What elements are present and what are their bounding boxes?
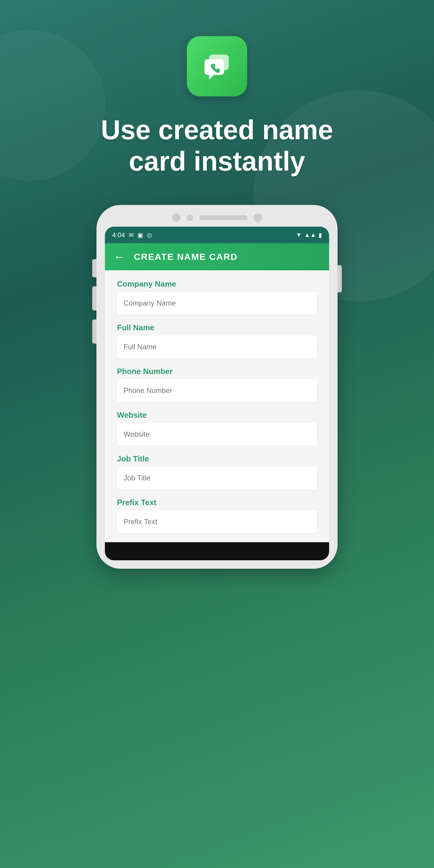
phone-earpiece xyxy=(199,215,247,220)
bg-decoration-dots xyxy=(0,536,105,808)
form-label-job-title: Job Title xyxy=(117,454,317,464)
headline-line2: card instantly xyxy=(129,146,305,176)
gmail-icon: ✉ xyxy=(129,231,134,239)
form-label-website: Website xyxy=(117,410,317,420)
form-input-company-name[interactable] xyxy=(117,292,317,315)
status-bar-left: 4:04 ✉ ▣ ◎ xyxy=(112,231,152,239)
form-label-company-name: Company Name xyxy=(117,279,317,289)
phone-frame: 4:04 ✉ ▣ ◎ ▼ ▲▲ ▮ ← CREATE NAME CARD xyxy=(96,205,338,569)
app-bar-title: CREATE NAME CARD xyxy=(134,252,238,262)
form-input-job-title[interactable] xyxy=(117,467,317,490)
phone-silent-switch xyxy=(92,319,96,344)
form-label-prefix-text: Prefix Text xyxy=(117,498,317,507)
form-input-phone-number[interactable] xyxy=(117,379,317,402)
sync-icon: ◎ xyxy=(147,231,152,239)
phone-top-sensors xyxy=(105,213,329,222)
status-bar: 4:04 ✉ ▣ ◎ ▼ ▲▲ ▮ xyxy=(105,227,329,243)
phone-front-camera-1 xyxy=(172,213,181,222)
form-input-full-name[interactable] xyxy=(117,336,317,358)
phone-volume-up xyxy=(92,259,96,277)
bottom-nav-bar xyxy=(105,542,329,560)
phone-mockup: 4:04 ✉ ▣ ◎ ▼ ▲▲ ▮ ← CREATE NAME CARD xyxy=(96,205,338,569)
form-input-prefix-text[interactable] xyxy=(117,510,317,533)
signal-icon: ▲▲ xyxy=(304,231,316,239)
phone-screen: 4:04 ✉ ▣ ◎ ▼ ▲▲ ▮ ← CREATE NAME CARD xyxy=(105,227,329,560)
headline-line1: Use created name xyxy=(101,115,333,145)
app-bar: ← CREATE NAME CARD xyxy=(105,243,329,270)
storage-icon: ▣ xyxy=(137,231,143,239)
phone-sensor xyxy=(253,213,262,222)
form-area: Company NameFull NamePhone NumberWebsite… xyxy=(105,270,329,542)
form-label-full-name: Full Name xyxy=(117,323,317,333)
form-input-website[interactable] xyxy=(117,423,317,446)
form-label-phone-number: Phone Number xyxy=(117,367,317,376)
phone-front-camera-2 xyxy=(187,214,193,221)
status-time: 4:04 xyxy=(112,231,125,239)
app-icon-container xyxy=(187,36,247,96)
svg-marker-3 xyxy=(209,75,214,80)
status-bar-right: ▼ ▲▲ ▮ xyxy=(296,231,322,239)
headline: Use created name card instantly xyxy=(0,115,434,177)
back-button[interactable]: ← xyxy=(113,250,125,264)
app-icon xyxy=(187,36,247,96)
battery-icon: ▮ xyxy=(318,231,322,239)
phone-volume-down xyxy=(92,286,96,310)
wifi-icon: ▼ xyxy=(296,231,302,239)
phone-power-button xyxy=(338,265,342,292)
